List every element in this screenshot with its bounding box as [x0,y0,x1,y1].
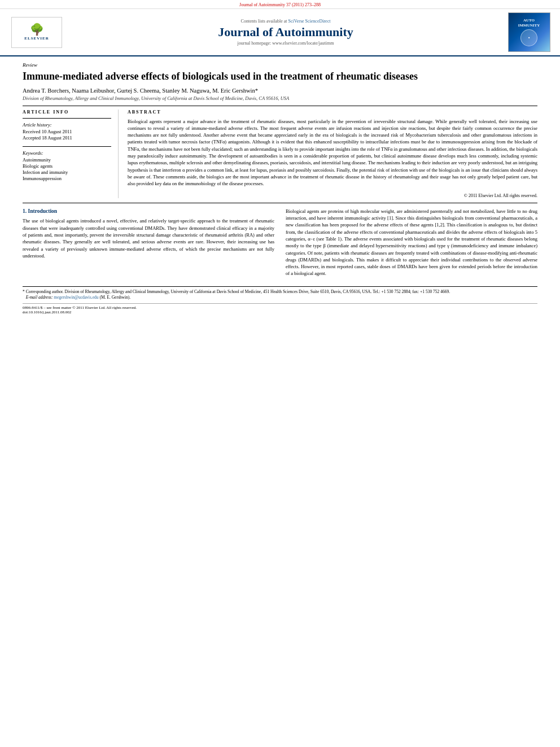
received-date: Received 10 August 2011 [23,129,111,134]
article-info-heading: ARTICLE INFO [23,110,111,115]
main-content: Review Immune-mediated adverse effects o… [0,56,560,320]
sciverse-prefix: Contents lists available at [241,19,287,24]
journal-cover-area: AUTOIMMUNITY ● [504,12,554,52]
cover-title: AUTOIMMUNITY [518,18,540,28]
keyword-2: Biologic agents [23,163,111,169]
cover-decorative-circle: ● [520,29,537,46]
keywords-label: Keywords: [23,150,111,156]
header-divider [23,106,537,106]
elsevier-logo: 🌳 ELSEVIER [11,17,62,48]
elsevier-tree-icon: 🌳 [30,24,44,35]
intro-title: Introduction [28,208,58,214]
affiliation-line: Division of Rheumatology, Allergy and Cl… [23,95,537,101]
copyright-line: © 2011 Elsevier Ltd. All rights reserved… [128,191,537,198]
article-info-col: ARTICLE INFO Article history: Received 1… [23,110,119,198]
email-person: (M. E. Gershwin). [99,295,130,300]
journal-header: 🌳 ELSEVIER Contents lists available at S… [0,9,560,56]
email-note: E-mail address: megershwin@ucdavis.edu (… [23,295,537,301]
body-top-divider [23,203,537,203]
issn-line: 0896-8411/$ – see front matter © 2011 El… [23,305,537,310]
keywords-section: Keywords: Autoimmunity Biologic agents I… [23,146,111,181]
abstract-heading: ABSTRACT [128,110,537,115]
intro-number: 1. [23,208,27,214]
journal-issue-info: Journal of Autoimmunity 37 (2011) 273–28… [239,2,321,7]
journal-top-bar: Journal of Autoimmunity 37 (2011) 273–28… [0,0,560,9]
intro-col-left: 1. Introduction The use of biological ag… [23,208,274,281]
email-label: E-mail address: [26,295,53,300]
corresponding-text: * Corresponding author. Division of Rheu… [23,289,450,294]
sciverse-line: Contents lists available at SciVerse Sci… [73,19,498,24]
intro-col-right: Biological agents are proteins of high m… [286,208,537,281]
keyword-3: Infection and immunity [23,169,111,175]
article-info-abstract: ARTICLE INFO Article history: Received 1… [23,110,537,198]
intro-para-1: The use of biological agents introduced … [23,217,274,259]
article-type-label: Review [23,62,537,68]
article-history-label: Article history: [23,122,111,128]
footer-bottom: 0896-8411/$ – see front matter © 2011 El… [23,303,537,314]
elsevier-logo-area: 🌳 ELSEVIER [6,17,68,48]
journal-title-area: Contents lists available at SciVerse Sci… [68,19,504,46]
journal-cover-thumbnail: AUTOIMMUNITY ● [508,12,550,52]
email-address[interactable]: megershwin@ucdavis.edu [54,295,98,300]
elsevier-text: ELSEVIER [24,36,49,41]
sciverse-link[interactable]: SciVerse ScienceDirect [288,19,331,24]
footnotes-section: * Corresponding author. Division of Rheu… [23,286,537,301]
intro-section-title: 1. Introduction [23,208,274,216]
intro-para-2: Biological agents are proteins of high m… [286,208,537,277]
doi-line: doi:10.1016/j.jaut.2011.08.002 [23,310,537,314]
keywords-divider [23,146,111,147]
introduction-section: 1. Introduction The use of biological ag… [23,208,537,281]
corresponding-note: * Corresponding author. Division of Rheu… [23,289,537,295]
keyword-4: Immunosuppression [23,176,111,181]
journal-title: Journal of Autoimmunity [73,25,498,40]
abstract-text: Biological agents represent a major adva… [128,118,537,187]
authors-line: Andrea T. Borchers, Naama Leibushor, Gur… [23,88,537,94]
abstract-paragraph: Biological agents represent a major adva… [128,118,537,187]
accepted-date: Accepted 18 August 2011 [23,135,111,141]
abstract-col: ABSTRACT Biological agents represent a m… [128,110,537,198]
info-divider [23,118,111,119]
journal-homepage: journal homepage: www.elsevier.com/locat… [73,41,498,46]
article-title: Immune-mediated adverse effects of biolo… [23,70,537,83]
keyword-1: Autoimmunity [23,157,111,163]
